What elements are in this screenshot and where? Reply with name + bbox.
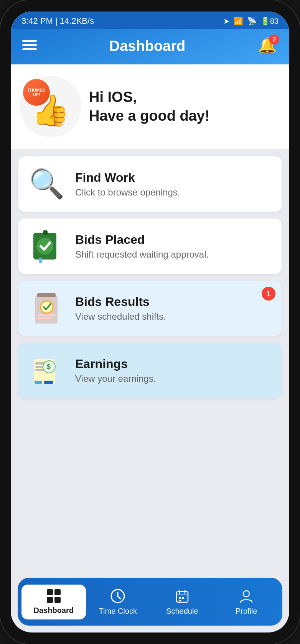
location-icon: ➤ (223, 16, 230, 26)
bids-placed-text: Bids Placed Shift requested waiting appr… (75, 233, 209, 260)
notification-button[interactable]: 🔔 2 (258, 36, 278, 56)
svg-rect-29 (179, 600, 181, 601)
notification-badge: 2 (269, 34, 279, 44)
bids-placed-title: Bids Placed (75, 233, 209, 247)
nav-dashboard[interactable]: Dashboard (21, 585, 86, 619)
nav-dashboard-label: Dashboard (34, 606, 74, 615)
svg-rect-18 (35, 381, 42, 384)
svg-point-30 (243, 591, 249, 597)
main-content: THUMBS UP! 👍 Hi IOS, Have a good day! (11, 64, 289, 578)
time-clock-icon (110, 588, 125, 604)
bids-results-card[interactable]: Bids Results View scheduled shifts. 1 (18, 281, 282, 336)
svg-point-9 (41, 301, 53, 313)
phone-frame: 3:42 PM | 14.2KB/s ➤ 📶 📡 🔋83 Dashboard 🔔 (0, 0, 300, 644)
bids-placed-subtitle: Shift requested waiting approval. (75, 249, 209, 260)
welcome-text: Hi IOS, Have a good day! (89, 88, 210, 126)
thumbs-up-container: THUMBS UP! 👍 (20, 76, 81, 137)
profile-icon (239, 588, 254, 604)
svg-rect-0 (22, 40, 37, 42)
welcome-card: THUMBS UP! 👍 Hi IOS, Have a good day! (11, 64, 289, 149)
svg-rect-1 (22, 44, 37, 46)
status-right: ➤ 📶 📡 🔋83 (223, 16, 279, 26)
nav-time-clock-label: Time Clock (99, 607, 137, 616)
bids-results-subtitle: View scheduled shifts. (75, 311, 166, 322)
svg-line-22 (118, 596, 120, 599)
earnings-icon: $ (28, 351, 66, 389)
bids-results-title: Bids Results (75, 295, 166, 309)
earnings-text: Earnings View your earnings. (75, 357, 156, 384)
cards-section: Find Work Click to browse openings. (11, 149, 289, 402)
status-time-text: 3:42 PM | 14.2KB/s (21, 16, 94, 26)
phone-screen: 3:42 PM | 14.2KB/s ➤ 📶 📡 🔋83 Dashboard 🔔 (11, 12, 289, 632)
svg-rect-8 (37, 293, 56, 297)
nav-schedule-label: Schedule (166, 607, 198, 616)
bottom-navigation: Dashboard Time Clock (18, 578, 282, 626)
status-bar: 3:42 PM | 14.2KB/s ➤ 📶 📡 🔋83 (11, 12, 289, 29)
schedule-icon (175, 588, 190, 604)
svg-rect-5 (43, 230, 48, 235)
svg-text:$: $ (47, 363, 51, 371)
app-header: Dashboard 🔔 2 (11, 29, 289, 64)
nav-profile[interactable]: Profile (214, 584, 279, 620)
bids-results-badge: 1 (262, 287, 275, 301)
earnings-title: Earnings (75, 357, 156, 371)
bids-results-icon (28, 289, 66, 327)
svg-rect-19 (44, 381, 53, 384)
find-work-icon (28, 165, 66, 203)
bids-placed-card[interactable]: Bids Placed Shift requested waiting appr… (18, 219, 282, 274)
earnings-card[interactable]: $ Earnings View your earnings. (18, 343, 282, 398)
svg-rect-2 (22, 48, 37, 50)
earnings-subtitle: View your earnings. (75, 373, 156, 384)
thumbs-badge: THUMBS UP! (23, 79, 50, 106)
svg-rect-27 (179, 597, 181, 599)
bids-placed-icon (28, 227, 66, 265)
nav-schedule[interactable]: Schedule (150, 584, 214, 620)
dashboard-icon (47, 589, 61, 603)
find-work-title: Find Work (75, 171, 180, 185)
svg-rect-6 (39, 258, 42, 263)
find-work-card[interactable]: Find Work Click to browse openings. (18, 156, 282, 212)
nav-profile-label: Profile (236, 607, 257, 616)
bids-results-text: Bids Results View scheduled shifts. (75, 295, 166, 322)
svg-rect-28 (182, 597, 184, 599)
menu-button[interactable] (22, 39, 37, 53)
status-left: 3:42 PM | 14.2KB/s (21, 16, 94, 26)
svg-point-4 (36, 238, 53, 255)
battery-icon: 🔋83 (260, 16, 279, 26)
find-work-subtitle: Click to browse openings. (75, 187, 180, 198)
page-title: Dashboard (109, 38, 185, 54)
find-work-text: Find Work Click to browse openings. (75, 171, 180, 198)
svg-rect-23 (176, 591, 188, 602)
svg-rect-11 (38, 317, 51, 319)
wifi-icon: 📡 (247, 16, 257, 26)
greeting-text: Hi IOS, Have a good day! (89, 88, 210, 126)
signal-icon: 📶 (234, 16, 243, 26)
svg-rect-10 (38, 314, 55, 316)
nav-time-clock[interactable]: Time Clock (86, 584, 150, 620)
